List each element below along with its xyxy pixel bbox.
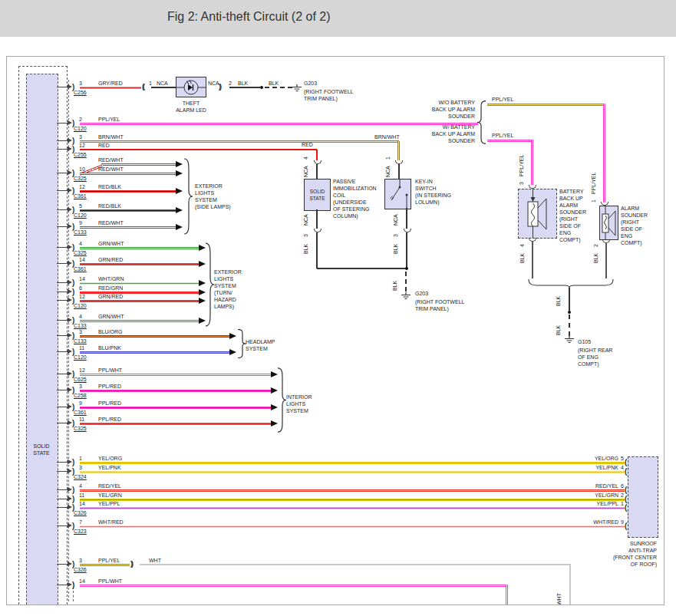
pin-label: 14 (79, 578, 85, 584)
theft-alarm-led-box (176, 77, 206, 97)
exit-arrow-icon (57, 489, 68, 490)
wire-line (80, 489, 625, 492)
wire-line-vertical (397, 141, 400, 160)
pin-label: 11 (79, 417, 84, 422)
pin-label: 2 (621, 492, 624, 498)
wire-color-label: GRN/WHT (98, 241, 124, 246)
inline-connector-icon (314, 229, 322, 232)
splice-dot (405, 267, 408, 270)
w-battery-label: W/ BATTERY BACK UP ALARM SOUNDER (412, 124, 475, 144)
brace-left-icon (476, 100, 486, 144)
wire-color-label: PPL/YEL (519, 155, 524, 176)
wire-color-label: BLK (303, 244, 308, 254)
pin-label: 12 (79, 143, 85, 148)
wire-color-label: BLK (556, 325, 561, 335)
pin-label: 12 (79, 184, 85, 189)
wire-color-label: WHT (556, 593, 562, 605)
pin-label: 4 (303, 156, 308, 160)
ground-location: (RIGHT FOOTWELL TRIM PANEL) (304, 88, 353, 102)
wire-color-label: PPL/YEL (591, 173, 596, 194)
arrowhead-icon (176, 161, 183, 167)
exit-arrow-icon (57, 140, 68, 141)
exit-arrow-icon (57, 564, 68, 565)
arrowhead-icon (229, 333, 236, 339)
wire-line (80, 282, 199, 285)
brace-icon (183, 158, 193, 235)
connector-label: C361 (74, 193, 87, 199)
wire-line (80, 374, 271, 376)
pin-label: 3 (79, 81, 82, 86)
ground-location: (RIGHT REAR OF ENG COMPT) (578, 347, 612, 367)
inline-connector-icon (219, 83, 220, 91)
ground-name: G203 (415, 291, 428, 296)
arrowhead-icon (176, 207, 183, 213)
wire-line-vertical (316, 150, 318, 160)
exit-arrow-icon (57, 585, 68, 585)
pin-label: 7 (79, 519, 82, 525)
exit-arrow-icon (57, 462, 68, 463)
sunroof-label: SUNROOF ANTI-TRAP (FRONT CENTER OF ROOF) (594, 540, 657, 568)
wire-color-label: RED/BLK (98, 203, 121, 209)
theft-led-label: THEFT ALARM LED (162, 100, 220, 114)
pin-label: 1 (385, 156, 391, 160)
inline-connector-icon (404, 229, 411, 232)
exit-arrow-icon (57, 335, 68, 336)
wire-line (80, 423, 271, 425)
exit-arrow-icon (57, 407, 68, 407)
connector-label: C361 (74, 410, 87, 415)
wire-line (80, 190, 176, 193)
connector-label: C325 (74, 250, 87, 255)
wire-line (101, 163, 176, 166)
wire-line (229, 87, 260, 88)
speaker-icon (519, 189, 556, 238)
wire-color-label: RED/WHT (98, 220, 124, 226)
connector-label: C326 (74, 510, 87, 516)
pin-label: 9 (621, 519, 624, 525)
splice-dot (568, 311, 571, 314)
connector-bracket (72, 458, 74, 466)
group-label-turn-hazard: EXTERIOR LIGHTS SYSTEM (TURN/ HAZARD LAM… (214, 268, 242, 310)
wire-line (80, 471, 625, 473)
exit-arrow-icon (57, 263, 68, 264)
exit-arrow-icon (57, 247, 68, 248)
wire-line-vertical (398, 164, 400, 179)
wire-line (80, 407, 271, 409)
anti-theft-module-box (26, 74, 58, 605)
ground-icon (401, 292, 411, 300)
wire-line (80, 462, 625, 464)
pin-label: 6 (79, 285, 82, 291)
wire-line (140, 564, 571, 565)
wiring-diagram-screen: Fig 2: Anti-theft Circuit (2 of 2) SOLID… (0, 0, 676, 616)
pin-label: 1 (621, 501, 624, 506)
wire-line (80, 507, 625, 509)
exit-arrow-icon (57, 351, 68, 352)
ground-location: (RIGHT FOOTWELL TRIM PANEL) (415, 298, 464, 312)
exit-arrow-icon (57, 282, 68, 283)
wire-color-label: BLK (593, 253, 599, 263)
wire-color-label: GRN/RED (98, 294, 123, 299)
pin-label: 14 (79, 257, 85, 262)
pin-label: 3 (79, 329, 82, 334)
wire-color-label: NCA (303, 166, 308, 177)
wire-color-label: BRN/WHT (374, 134, 400, 140)
wire-color-label: BLK (393, 244, 398, 254)
wire-color-label: RED (98, 143, 110, 148)
pin-label: 2 (79, 117, 82, 122)
pin-label: 11 (79, 492, 84, 498)
wire-color-label: BLU/ORG (98, 329, 123, 334)
wire-color-label: NCA (303, 214, 308, 226)
exit-arrow-icon (57, 149, 68, 150)
ground-icon (292, 84, 302, 92)
pin-label: 4 (79, 241, 82, 246)
page-title: Fig 2: Anti-theft Circuit (2 of 2) (167, 10, 331, 24)
title-bar: Fig 2: Anti-theft Circuit (2 of 2) (0, 0, 676, 37)
wire-line-vertical (316, 232, 318, 268)
wire-color-label: WHT (149, 558, 161, 563)
wire-line (80, 300, 199, 302)
exit-arrow-icon (57, 123, 68, 124)
connector-label: C324 (74, 474, 87, 479)
wire-color-label: BLK (392, 281, 397, 291)
wire-color-label: RED (302, 142, 313, 147)
group-label-interior: INTERIOR LIGHTS SYSTEM (286, 394, 312, 414)
wire-line-vertical (316, 209, 318, 229)
